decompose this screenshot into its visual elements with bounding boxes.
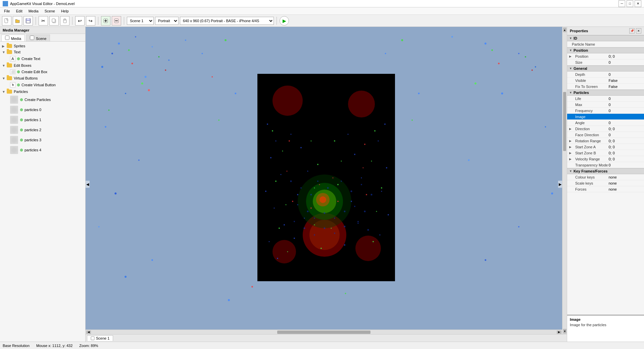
prop-start-zone-a[interactable]: ▶ Start Zone A 0; 0 <box>567 144 644 150</box>
svg-point-55 <box>218 119 219 121</box>
prop-size[interactable]: Size 0 <box>567 59 644 65</box>
open-button[interactable] <box>13 16 22 26</box>
section-general[interactable]: ▼ General <box>567 65 644 71</box>
prop-max[interactable]: Max 0 <box>567 102 644 108</box>
maximize-button[interactable]: □ <box>627 0 633 7</box>
svg-point-79 <box>281 174 282 175</box>
play-button[interactable]: ▶ <box>280 16 289 26</box>
prop-position[interactable]: ▶ Position 0; 0 <box>567 53 644 59</box>
v-scrollbar-track[interactable] <box>563 33 566 328</box>
direction-value: 0; 0 <box>609 127 642 131</box>
resolution-dropdown[interactable]: 640 x 960 (0.67) Portrait - BASE - iPhon… <box>180 17 274 25</box>
scroll-left-arrow[interactable]: ◀ <box>86 331 91 334</box>
h-scrollbar[interactable]: ◀ ▶ <box>86 330 562 334</box>
status-resolution: Base Resolution <box>3 344 30 348</box>
svg-point-88 <box>381 191 382 192</box>
category-sprites[interactable]: ▶ Sprites <box>0 43 85 49</box>
section-keyframes[interactable]: ▼ Key Frames/Forces <box>567 168 644 174</box>
svg-point-156 <box>357 222 359 224</box>
menu-scene[interactable]: Scene <box>42 8 58 14</box>
particles-1-item[interactable]: ⊕ particles 1 <box>0 115 85 125</box>
new-button[interactable] <box>2 16 11 26</box>
prop-rotation-range[interactable]: ▶ Rotation Range 0; 0 <box>567 138 644 144</box>
scene-canvas[interactable] <box>257 74 395 281</box>
h-scrollbar-track[interactable] <box>91 331 557 334</box>
undo-button[interactable]: ↩ <box>75 16 85 26</box>
prop-fix-to-screen[interactable]: Fix To Screen False <box>567 84 644 90</box>
section-id[interactable]: ▼ ID <box>567 35 644 41</box>
v-scrollbar[interactable]: ▲ ▼ <box>562 27 567 334</box>
prop-colour-keys[interactable]: Colour keys none <box>567 174 644 180</box>
scroll-up-arrow[interactable]: ▲ <box>563 28 566 32</box>
prop-angle[interactable]: Angle 0 <box>567 120 644 126</box>
svg-point-53 <box>211 76 213 78</box>
particles-4-item[interactable]: ⊕ particles 4 <box>0 145 85 155</box>
svg-point-75 <box>319 196 326 203</box>
orientation-dropdown[interactable]: Portrait <box>155 17 179 25</box>
tab-media[interactable]: Media <box>1 35 25 41</box>
v-scrollbar-thumb[interactable] <box>563 92 566 151</box>
prop-frequency[interactable]: Frequency 0 <box>567 108 644 114</box>
menu-media[interactable]: Media <box>26 8 41 14</box>
scene-dropdown[interactable]: Scene 1 <box>127 17 154 25</box>
section-particles[interactable]: ▼ Particles <box>567 90 644 96</box>
remove-button[interactable] <box>112 16 121 26</box>
particles-0-item[interactable]: ⊕ particles 0 <box>0 105 85 115</box>
paste-button[interactable] <box>60 16 69 26</box>
redo-button[interactable]: ↪ <box>86 16 95 26</box>
h-scrollbar-thumb[interactable] <box>277 331 370 334</box>
properties-close-button[interactable]: ✕ <box>636 28 641 34</box>
create-particles-item[interactable]: ⊕ Create Particles <box>0 95 85 105</box>
menu-file[interactable]: File <box>1 8 13 14</box>
menu-help[interactable]: Help <box>58 8 71 14</box>
svg-point-110 <box>371 161 372 162</box>
properties-pin-button[interactable]: 📌 <box>629 28 635 34</box>
prop-scale-keys[interactable]: Scale keys none <box>567 180 644 186</box>
canvas-area[interactable]: ◀ ▶ ◀ ▶ ▲ ▼ Scene 1 <box>86 27 567 342</box>
prop-forces[interactable]: Forces none <box>567 186 644 192</box>
save-button[interactable] <box>23 16 33 26</box>
prop-velocity-range[interactable]: ▶ Velocity Range 0; 0 <box>567 156 644 162</box>
svg-point-151 <box>304 228 305 229</box>
tooltip-description: Image for the particles <box>570 323 641 327</box>
prop-image[interactable]: Image <box>567 114 644 120</box>
app-title: AppGameKit Visual Editor - DemoLevel <box>10 2 75 6</box>
prop-depth[interactable]: Depth 0 <box>567 71 644 78</box>
menu-edit[interactable]: Edit <box>13 8 25 14</box>
create-particles-label: Create Particles <box>24 98 51 102</box>
category-particles[interactable]: ▼ Particles <box>0 89 85 95</box>
scroll-right-button[interactable]: ▶ <box>558 181 562 188</box>
scroll-down-arrow[interactable]: ▼ <box>563 329 566 334</box>
prop-life[interactable]: Life 0 <box>567 96 644 102</box>
prop-particle-name[interactable]: Particle Name <box>567 41 644 47</box>
section-keyframes-label: Key Frames/Forces <box>574 169 608 173</box>
create-editbox-item[interactable]: ⬜ ⊕ Create Edit Box <box>0 68 85 75</box>
category-editboxes[interactable]: ▼ Edit Boxes <box>0 62 85 68</box>
minimize-button[interactable]: ─ <box>618 0 625 7</box>
prop-direction[interactable]: ▶ Direction 0; 0 <box>567 126 644 132</box>
svg-point-98 <box>354 154 355 155</box>
start-zone-b-label: Start Zone B <box>573 151 609 155</box>
cut-button[interactable]: ✂ <box>39 16 48 26</box>
prop-visible[interactable]: Visible False <box>567 78 644 84</box>
svg-point-106 <box>286 204 287 205</box>
prop-start-zone-b[interactable]: ▶ Start Zone B 0; 0 <box>567 150 644 156</box>
scroll-left-button[interactable]: ◀ <box>86 181 90 188</box>
particles-2-item[interactable]: ⊕ particles 2 <box>0 125 85 135</box>
svg-point-40 <box>158 56 159 57</box>
prop-face-direction[interactable]: Face Direction 0 <box>567 132 644 138</box>
prop-transparency-mode[interactable]: Transparency Mode 0 <box>567 162 644 168</box>
create-text-item[interactable]: A ⊕ Create Text <box>0 55 85 62</box>
scroll-right-arrow[interactable]: ▶ <box>557 331 561 334</box>
close-button[interactable]: ✕ <box>635 0 641 7</box>
particles-3-item[interactable]: ⊕ particles 3 <box>0 135 85 145</box>
svg-point-20 <box>125 93 126 94</box>
add-button[interactable] <box>101 16 110 26</box>
copy-button[interactable] <box>49 16 59 26</box>
section-position[interactable]: ▼ Position <box>567 47 644 53</box>
tab-scene[interactable]: Scene <box>26 35 50 41</box>
scene-tab-1[interactable]: Scene 1 <box>87 335 113 341</box>
create-virtualbutton-item[interactable]: 🖱 ⊕ Create Virtual Button <box>0 81 85 89</box>
category-virtualbuttons[interactable]: ▼ Virtual Buttons <box>0 75 85 81</box>
category-text[interactable]: ▼ Text <box>0 49 85 55</box>
